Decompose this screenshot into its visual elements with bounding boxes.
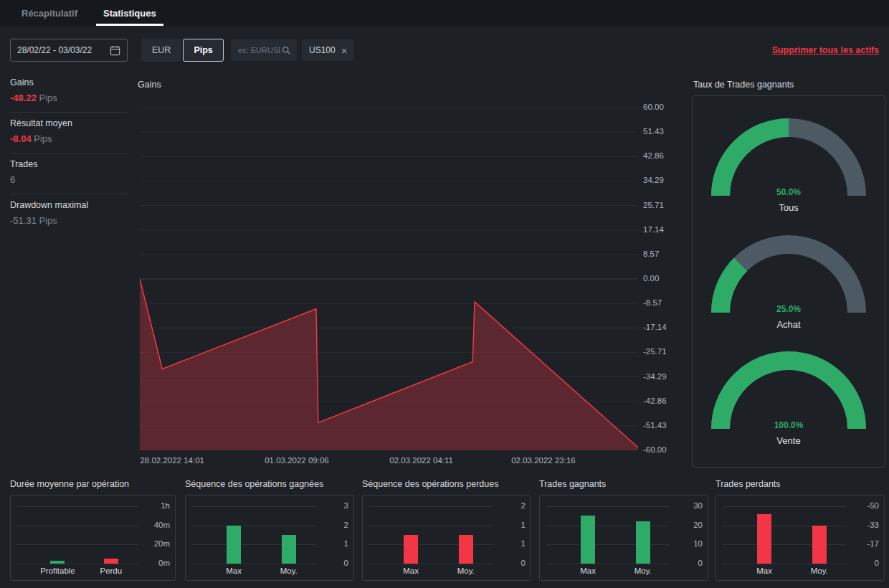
stat-item-resultat-moyen: Résultat moyen-8.04 Pips xyxy=(10,113,128,153)
mini-chart-trades-gagnants: Trades gagnants3020100MaxMoy. xyxy=(539,479,708,581)
y-axis-tick-label: 25.71 xyxy=(643,201,664,209)
gauge-tous: 50.0%Tous xyxy=(710,117,867,213)
gauge-achat: 25.0%Achat xyxy=(710,234,867,330)
category-label: Moy. xyxy=(811,566,828,575)
gauge-arc-tous: 50.0% xyxy=(710,117,867,200)
stat-label: Résultat moyen xyxy=(10,118,128,128)
currency-eur-button[interactable]: EUR xyxy=(141,39,181,62)
gauge-percent-label: 100.0% xyxy=(710,420,867,430)
grid-line xyxy=(546,506,670,507)
y-axis-tick-label: 60.00 xyxy=(643,103,664,111)
gauge-vente: 100.0%Vente xyxy=(710,350,867,446)
grid-line xyxy=(722,544,847,545)
tab-recapitulatif[interactable]: Récapitulatif xyxy=(22,0,77,26)
stat-label: Drawdown maximal xyxy=(10,200,128,210)
date-range-value: 28/02/22 - 03/03/22 xyxy=(17,45,92,55)
category-label: Perdu xyxy=(100,566,122,575)
search-icon xyxy=(282,46,291,55)
category-label: Moy. xyxy=(280,566,298,575)
grid-line xyxy=(546,526,670,526)
category-label: Max xyxy=(756,566,772,575)
mini-chart-trades-perdants: Trades perdants-50-33-170MaxMoy. xyxy=(716,479,885,581)
gauges-panel-title: Taux de Trades gagnants xyxy=(693,80,794,90)
grid-line xyxy=(722,506,847,507)
mini-chart-title: Durée moyenne par opération xyxy=(10,479,176,493)
gauge-asset-label: Vente xyxy=(710,435,867,446)
x-axis-tick-label: 01.03.2022 09:06 xyxy=(265,456,329,465)
axis-tick-label: 0 xyxy=(318,559,348,567)
mini-chart-plot: 3020100MaxMoy. xyxy=(539,495,708,581)
y-axis-tick-label: 0.00 xyxy=(643,274,659,283)
remove-all-assets-link[interactable]: Supprimer tous les actifs xyxy=(772,45,879,55)
grid-line xyxy=(191,506,316,507)
gauge-asset-label: Tous xyxy=(710,202,867,213)
gauge-percent-label: 25.0% xyxy=(710,304,867,314)
gains-chart-plot: 60.0051.4342.8634.2925.7117.148.570.00-8… xyxy=(136,77,681,470)
axis-tick-label: -50 xyxy=(849,501,879,510)
category-label: Max xyxy=(580,566,596,575)
stat-item-drawdown-maximal: Drawdown maximal-51.31 Pips xyxy=(10,194,128,234)
axis-tick-label: -17 xyxy=(849,539,879,548)
gains-chart-svg xyxy=(140,108,638,450)
calendar-icon xyxy=(110,45,120,56)
mini-chart-plot: 1h40m20m0mProfitablePerdu xyxy=(10,495,176,581)
date-range-picker[interactable]: 28/02/22 - 03/03/22 xyxy=(10,39,128,62)
bar-max xyxy=(404,535,418,564)
mini-chart-sequence-gagnees: Séquence des opérations gagnées3210MaxMo… xyxy=(185,479,354,581)
category-label: Moy. xyxy=(457,566,475,575)
grid-line xyxy=(16,544,138,545)
x-axis-tick-label: 02.03.2022 04:11 xyxy=(389,456,453,465)
win-rate-gauges-panel: 50.0%Tous25.0%Achat100.0%Vente xyxy=(692,95,885,468)
category-label: Max xyxy=(226,566,242,575)
mini-chart-plot: 3210MaxMoy. xyxy=(185,495,354,581)
grid-line xyxy=(191,564,316,564)
stat-value: -8.04 Pips xyxy=(10,133,128,144)
stat-value-number: 6 xyxy=(10,174,15,185)
bar-moy xyxy=(282,535,296,564)
stat-value-number: -8.04 xyxy=(10,133,32,144)
axis-tick-label: 10 xyxy=(672,539,703,548)
axis-tick-label: 20 xyxy=(672,521,703,529)
axis-tick-label: 40m xyxy=(140,521,170,529)
axis-tick-label: 0 xyxy=(849,559,879,567)
chip-close-icon[interactable]: × xyxy=(341,45,348,56)
grid-line xyxy=(546,544,670,545)
category-label: Profitable xyxy=(40,566,75,575)
grid-line xyxy=(546,564,670,564)
currency-pips-button[interactable]: Pips xyxy=(183,39,223,62)
gauge-track xyxy=(721,245,857,313)
bar-max xyxy=(581,516,595,564)
unit-toggle: EUR Pips xyxy=(141,39,224,62)
mini-chart-duree-moyenne: Durée moyenne par opération1h40m20m0mPro… xyxy=(10,479,176,581)
tab-bar: Récapitulatif Statistiques xyxy=(0,0,889,26)
axis-tick-label: 1 xyxy=(495,539,526,548)
asset-search-input[interactable] xyxy=(237,45,282,55)
mini-chart-title: Trades perdants xyxy=(716,479,885,493)
mini-chart-sequence-perdues: Séquence des opérations perdues2110MaxMo… xyxy=(362,479,531,581)
bar-moy xyxy=(636,521,650,564)
stat-value: -48.22 Pips xyxy=(10,93,128,103)
grid-line xyxy=(369,544,493,545)
stat-value: -51.31 Pips xyxy=(10,215,128,226)
axis-tick-label: 3 xyxy=(318,501,348,510)
mini-chart-plot: 2110MaxMoy. xyxy=(362,495,531,581)
asset-chip-us100[interactable]: US100 × xyxy=(302,39,354,61)
bar-max xyxy=(757,514,771,564)
mini-chart-plot: -50-33-170MaxMoy. xyxy=(716,495,885,581)
asset-chip-label: US100 xyxy=(309,45,336,55)
y-axis-tick-label: -60.00 xyxy=(643,445,667,454)
y-axis-tick-label: -34.29 xyxy=(643,372,667,381)
bottom-charts-row: Durée moyenne par opération1h40m20m0mPro… xyxy=(0,479,889,587)
bar-profitable xyxy=(50,561,65,564)
stat-value-number: -48.22 xyxy=(10,93,37,103)
x-axis-tick-label: 28.02.2022 14:01 xyxy=(140,456,204,465)
stat-label: Trades xyxy=(10,159,128,169)
stat-value-number: -51.31 xyxy=(10,215,37,226)
axis-tick-label: 0 xyxy=(672,559,703,567)
axis-tick-label: 20m xyxy=(140,539,170,548)
y-axis-tick-label: 8.57 xyxy=(643,250,659,258)
tab-statistiques[interactable]: Statistiques xyxy=(103,0,156,26)
gauge-arc-achat: 25.0% xyxy=(710,234,867,317)
category-label: Moy. xyxy=(634,566,652,575)
y-axis-tick-label: 17.14 xyxy=(643,225,664,234)
